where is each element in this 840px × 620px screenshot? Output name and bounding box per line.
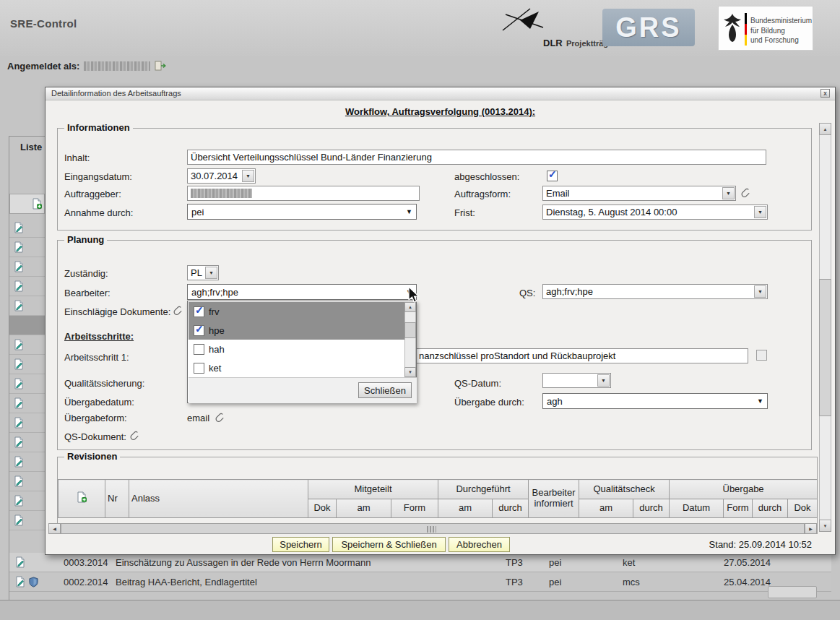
hscroll-thumb[interactable] xyxy=(61,523,805,534)
background-row-stub[interactable] xyxy=(9,277,45,296)
background-row-stub[interactable] xyxy=(9,335,45,355)
bearbeiter-dropdown[interactable]: agh;frv;hpe ▼ xyxy=(187,284,417,300)
chevron-down-icon[interactable]: ▼ xyxy=(597,374,610,387)
scroll-down-icon[interactable]: ▼ xyxy=(404,367,416,377)
annahme-value: pei xyxy=(191,207,204,218)
frist-value: Dienstag, 5. August 2014 00:00 xyxy=(546,207,677,218)
background-row-stub[interactable] xyxy=(9,433,45,452)
option-checkbox[interactable] xyxy=(194,344,204,355)
chevron-down-icon[interactable]: ▼ xyxy=(242,170,254,182)
edit-document-icon[interactable] xyxy=(13,241,25,253)
paperclip-icon[interactable] xyxy=(740,187,750,197)
scroll-down-icon[interactable]: ▼ xyxy=(819,520,831,532)
col-header-am: am xyxy=(337,499,391,518)
abgeschlossen-checkbox[interactable]: ✓ xyxy=(547,171,558,181)
option-checkbox[interactable]: ✓ xyxy=(194,306,204,317)
background-row-stub[interactable] xyxy=(9,472,45,491)
chevron-down-icon[interactable]: ▼ xyxy=(757,397,763,405)
paperclip-icon[interactable] xyxy=(129,430,139,440)
dropdown-option[interactable]: ket xyxy=(189,358,405,377)
edit-document-icon[interactable] xyxy=(13,495,25,507)
arbeitsschritt1-checkbox[interactable] xyxy=(756,350,767,361)
background-row-stub[interactable] xyxy=(9,296,45,316)
edit-document-icon[interactable] xyxy=(13,222,25,233)
edit-document-icon[interactable] xyxy=(13,397,25,409)
background-row-stub[interactable] xyxy=(9,413,45,433)
shield-icon[interactable] xyxy=(28,577,39,590)
background-row-stub[interactable] xyxy=(9,218,45,238)
edit-document-icon[interactable] xyxy=(13,417,25,429)
chevron-down-icon[interactable]: ▼ xyxy=(754,285,766,298)
paperclip-icon[interactable] xyxy=(215,412,225,422)
edit-document-icon[interactable] xyxy=(13,378,25,389)
chevron-down-icon[interactable]: ▼ xyxy=(205,267,217,279)
qs-select[interactable]: agh;frv;hpe ▼ xyxy=(542,284,768,299)
edit-document-icon[interactable] xyxy=(13,436,25,448)
chevron-down-icon[interactable]: ▼ xyxy=(754,206,766,218)
background-row-stub[interactable] xyxy=(9,394,45,413)
background-row-stub[interactable] xyxy=(9,374,45,394)
inhalt-input[interactable]: Übersicht Verteilungsschlüssel Bund-Länd… xyxy=(187,150,766,165)
arbeitsschritt1-visible-text: nanzschlüssel proStandort und Rückbaupro… xyxy=(419,350,615,361)
qs-datum-select[interactable]: ▼ xyxy=(542,373,611,388)
background-scrollbar-piece[interactable] xyxy=(768,586,817,598)
col-header-datum: Datum xyxy=(670,499,724,518)
background-row-stub[interactable] xyxy=(9,511,45,530)
save-and-close-button[interactable]: Speichern & Schließen xyxy=(332,537,446,552)
edit-document-icon[interactable] xyxy=(13,456,25,468)
add-revision-cell[interactable] xyxy=(59,480,105,518)
dropdown-option[interactable]: ✓ hpe xyxy=(189,321,405,340)
option-checkbox[interactable] xyxy=(194,363,204,374)
scroll-right-icon[interactable]: ▶ xyxy=(805,523,817,534)
frist-select[interactable]: Dienstag, 5. August 2014 00:00 ▼ xyxy=(542,204,768,220)
edit-document-icon[interactable] xyxy=(13,475,25,487)
edit-document-icon[interactable] xyxy=(14,576,26,590)
close-icon[interactable]: x xyxy=(820,89,830,98)
chevron-down-icon[interactable]: ▼ xyxy=(722,187,735,199)
dialog-title: Detailinformation des Arbeitsauftrags xyxy=(51,89,181,98)
edit-document-icon[interactable] xyxy=(13,261,25,272)
table-row[interactable]: 0002.2014 Beitrag HAA-Bericht, Endlagert… xyxy=(9,572,831,592)
selected-background-row[interactable] xyxy=(9,316,45,335)
background-row-stub[interactable] xyxy=(9,355,45,374)
scroll-up-icon[interactable]: ▲ xyxy=(819,123,831,135)
new-document-icon[interactable] xyxy=(76,494,87,505)
edit-document-icon[interactable] xyxy=(14,556,26,571)
paperclip-icon[interactable] xyxy=(173,305,183,315)
background-row-stub[interactable] xyxy=(9,452,45,472)
scroll-left-icon[interactable]: ◀ xyxy=(48,523,61,534)
group-header-uebergabe: Übergabe xyxy=(670,480,818,499)
save-button[interactable]: Speichern xyxy=(272,537,329,552)
option-checkbox[interactable]: ✓ xyxy=(194,325,204,336)
col-header-durch: durch xyxy=(493,499,529,518)
table-row[interactable]: 0003.2014 Einschätzung zu Aussagen in de… xyxy=(9,553,831,572)
vscroll-thumb[interactable] xyxy=(819,279,831,416)
eingangsdatum-select[interactable]: 30.07.2014 ▼ xyxy=(187,168,256,184)
edit-document-icon[interactable] xyxy=(13,300,25,311)
edit-document-icon[interactable] xyxy=(13,280,25,292)
option-list-scrollbar[interactable] xyxy=(404,302,416,377)
dialog-titlebar[interactable]: Detailinformation des Arbeitsauftrags x xyxy=(46,87,835,100)
edit-document-icon[interactable] xyxy=(13,358,25,370)
group-header-qualitaetscheck: Qualitätscheck xyxy=(579,480,670,499)
background-row-stub[interactable] xyxy=(9,257,45,277)
zustaendig-select[interactable]: PL ▼ xyxy=(187,265,219,280)
background-row-stub[interactable] xyxy=(9,491,45,511)
col-header-form: Form xyxy=(724,499,753,518)
uebergabe-durch-dropdown[interactable]: agh ▼ xyxy=(542,393,768,409)
chevron-down-icon[interactable]: ▼ xyxy=(406,208,412,215)
auftraggeber-input[interactable] xyxy=(187,186,420,201)
background-row-stub[interactable] xyxy=(9,238,45,257)
edit-document-icon[interactable] xyxy=(13,339,25,350)
cancel-button[interactable]: Abbrechen xyxy=(449,537,510,552)
dropdown-option[interactable]: ✓ frv xyxy=(189,302,405,321)
option-scroll-thumb[interactable] xyxy=(404,322,416,338)
logout-icon[interactable] xyxy=(155,60,166,74)
dropdown-close-button[interactable]: Schließen xyxy=(358,382,412,398)
dropdown-option[interactable]: hah xyxy=(189,340,405,358)
bearbeiter-value: agh;frv;hpe xyxy=(191,287,238,298)
edit-document-icon[interactable] xyxy=(13,514,25,526)
uebergabe-durch-label: Übergabe durch: xyxy=(454,397,524,408)
annahme-dropdown[interactable]: pei ▼ xyxy=(187,204,417,220)
auftragsform-select[interactable]: Email ▼ xyxy=(542,186,736,201)
